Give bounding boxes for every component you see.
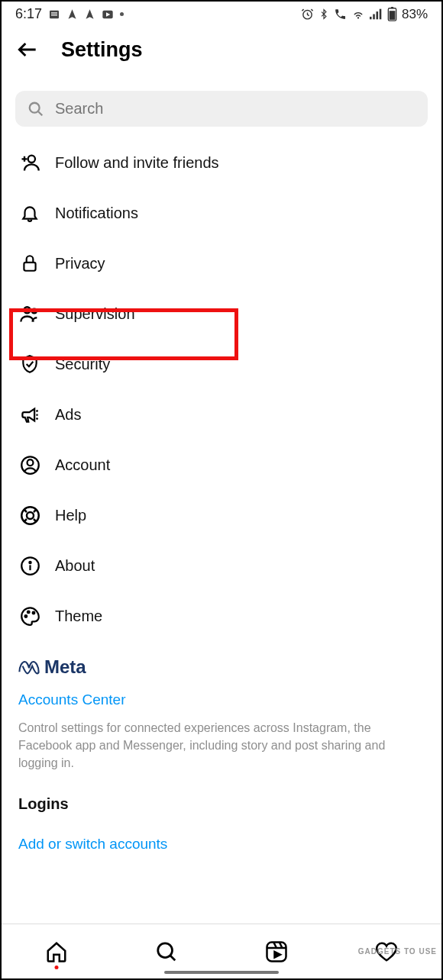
meta-brand-text: Meta [44, 656, 86, 678]
settings-notifications[interactable]: Notifications [2, 188, 441, 238]
search-input[interactable] [55, 100, 416, 118]
nav-reels[interactable] [264, 939, 289, 965]
svg-rect-2 [51, 15, 57, 15]
shield-icon [18, 353, 41, 376]
svg-point-21 [27, 512, 34, 519]
header: Settings [2, 24, 441, 69]
notif-icon-3 [84, 8, 95, 20]
svg-point-27 [158, 943, 173, 957]
notif-icon-4 [102, 9, 114, 20]
settings-item-label: Ads [55, 406, 81, 424]
settings-item-label: Theme [55, 608, 102, 625]
settings-item-label: Supervision [55, 305, 135, 323]
status-bar: 6:17 [2, 2, 441, 24]
settings-follow-invite[interactable]: Follow and invite friends [2, 137, 441, 188]
status-right: 83% [301, 7, 428, 22]
svg-point-19 [27, 459, 33, 466]
svg-rect-11 [391, 7, 393, 8]
home-indicator [164, 971, 279, 974]
settings-theme[interactable]: Theme [2, 591, 441, 641]
nav-home-badge [55, 965, 59, 969]
page-title: Settings [61, 38, 143, 62]
settings-security[interactable]: Security [2, 339, 441, 389]
svg-point-16 [24, 307, 30, 313]
people-icon [18, 302, 41, 325]
svg-rect-7 [373, 15, 375, 20]
svg-rect-8 [376, 11, 378, 19]
status-time: 6:17 [15, 6, 42, 22]
settings-item-label: Privacy [55, 255, 105, 272]
battery-icon [387, 7, 397, 21]
phone-icon [334, 8, 347, 21]
settings-item-label: Help [55, 507, 86, 524]
settings-ads[interactable]: Ads [2, 389, 441, 440]
settings-about[interactable]: About [2, 540, 441, 591]
notif-icon-2 [66, 8, 78, 20]
meta-description: Control settings for connected experienc… [18, 719, 425, 772]
nav-home[interactable] [44, 939, 70, 965]
meta-logo: Meta [18, 656, 425, 678]
settings-item-label: Account [55, 456, 110, 474]
notif-overflow-dot [120, 12, 124, 16]
battery-percent: 83% [402, 7, 428, 22]
nav-search[interactable] [154, 939, 179, 965]
alarm-icon [301, 8, 314, 21]
settings-item-label: Notifications [55, 205, 138, 222]
help-icon [18, 504, 41, 527]
settings-account[interactable]: Account [2, 440, 441, 490]
info-icon [18, 554, 41, 577]
megaphone-icon [18, 403, 41, 426]
notif-icon-1 [48, 8, 60, 21]
svg-point-26 [32, 611, 34, 614]
wifi-icon [351, 8, 365, 20]
logins-title: Logins [18, 795, 425, 813]
settings-help[interactable]: Help [2, 490, 441, 540]
svg-point-17 [32, 309, 37, 314]
settings-list: Follow and invite friends Notifications … [2, 137, 441, 641]
signal-icon [370, 8, 383, 20]
account-icon [18, 453, 41, 476]
svg-rect-12 [390, 11, 396, 20]
palette-icon [18, 604, 41, 627]
search-icon [27, 101, 44, 118]
search-bar[interactable] [15, 91, 428, 127]
accounts-center-link[interactable]: Accounts Center [18, 691, 425, 708]
svg-rect-15 [24, 263, 35, 271]
lock-icon [18, 252, 41, 275]
logins-section: Logins Add or switch accounts [2, 772, 441, 853]
svg-point-14 [28, 156, 35, 163]
settings-item-label: Follow and invite friends [55, 154, 219, 172]
svg-point-23 [29, 561, 31, 563]
add-switch-accounts-link[interactable]: Add or switch accounts [18, 836, 425, 853]
svg-rect-6 [370, 17, 372, 19]
settings-privacy[interactable]: Privacy [2, 238, 441, 289]
back-button[interactable] [15, 37, 40, 62]
status-left: 6:17 [15, 6, 124, 22]
app-frame: { "status": { "time": "6:17", "battery":… [0, 0, 443, 980]
svg-point-24 [24, 615, 27, 617]
svg-point-13 [30, 102, 40, 112]
watermark: GADGETS TO USE [358, 947, 437, 956]
bluetooth-icon [319, 8, 329, 21]
svg-point-25 [27, 611, 29, 613]
svg-rect-9 [380, 9, 382, 20]
settings-item-label: About [55, 557, 95, 575]
svg-rect-1 [51, 12, 57, 13]
meta-section: Meta Accounts Center Control settings fo… [2, 641, 441, 772]
svg-marker-29 [275, 952, 281, 958]
bell-icon [18, 201, 41, 224]
follow-invite-icon [18, 151, 41, 174]
settings-supervision[interactable]: Supervision [2, 289, 441, 339]
settings-item-label: Security [55, 356, 110, 373]
